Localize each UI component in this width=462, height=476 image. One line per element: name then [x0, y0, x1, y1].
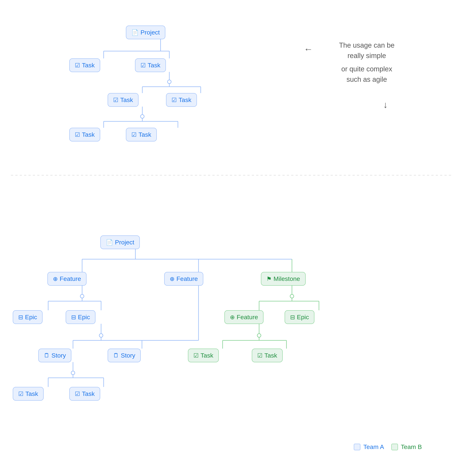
d2-project-node: 📄 Project: [100, 235, 140, 249]
d2-story2-label: Story: [121, 352, 135, 359]
legend-blue-box: [354, 444, 360, 450]
d1-task6-node: ☑ Task: [126, 128, 157, 141]
arrow-left-icon: ←: [304, 44, 313, 54]
shield-icon: ⊟: [18, 314, 23, 321]
svg-point-29: [99, 334, 103, 337]
d2-story2-node: 🗒 Story: [108, 348, 141, 362]
checkbox-icon: ☑: [141, 62, 146, 69]
legend-teamb-label: Team B: [401, 443, 422, 450]
svg-point-42: [257, 334, 261, 337]
d2-story1-label: Story: [51, 352, 66, 359]
plus-circle-icon: ⊕: [53, 275, 58, 282]
d2-milestone-label: Milestone: [274, 275, 300, 282]
legend: Team A Team B: [354, 443, 422, 450]
flag-icon: ⚑: [266, 275, 272, 282]
svg-point-11: [141, 115, 144, 118]
d2-feat3-label: Feature: [237, 314, 258, 321]
d1-task5-label: Task: [82, 131, 95, 138]
checkbox-icon: ☑: [113, 97, 118, 103]
document-icon: 📄: [131, 29, 139, 36]
d1-task2-label: Task: [148, 62, 160, 69]
d2-epic3-node: ⊟ Epic: [285, 310, 314, 324]
checkbox-icon: ☑: [75, 131, 80, 138]
d2-task2g-node: ☑ Task: [252, 348, 283, 362]
checkbox-icon: ☑: [257, 352, 263, 359]
d1-project-node: 📄 Project: [126, 26, 165, 39]
checkbox-icon: ☑: [75, 62, 80, 69]
d2-task1b-node: ☑ Task: [13, 387, 44, 401]
d2-epic1-node: ⊟ Epic: [13, 310, 42, 324]
d2-milestone-node: ⚑ Milestone: [261, 272, 306, 286]
d2-feat2-label: Feature: [176, 275, 198, 282]
d2-task1g-node: ☑ Task: [188, 348, 219, 362]
document-icon: 📄: [106, 239, 113, 246]
d1-task3-label: Task: [120, 96, 133, 103]
d2-story1-node: 🗒 Story: [38, 348, 71, 362]
svg-point-36: [290, 294, 294, 298]
svg-point-48: [71, 371, 75, 375]
plus-circle-icon: ⊕: [230, 314, 235, 321]
legend-teama-label: Team A: [363, 443, 384, 450]
annotation-line2: really simple: [314, 51, 420, 61]
d2-epic2-label: Epic: [78, 314, 90, 321]
svg-point-23: [80, 294, 84, 298]
d2-project-label: Project: [115, 239, 134, 246]
plus-circle-icon: ⊕: [170, 275, 175, 282]
d1-task1-node: ☑ Task: [69, 58, 100, 72]
d2-feat3-node: ⊕ Feature: [224, 310, 263, 324]
annotation-line1: The usage can be: [314, 40, 420, 51]
checkbox-icon: ☑: [171, 97, 177, 103]
story-icon: 🗒: [113, 352, 119, 359]
shield-icon: ⊟: [71, 314, 76, 321]
d1-task4-label: Task: [179, 96, 191, 103]
d2-epic3-label: Epic: [297, 314, 309, 321]
d2-task2b-node: ☑ Task: [69, 387, 100, 401]
d1-task5-node: ☑ Task: [69, 128, 100, 141]
checkbox-icon: ☑: [131, 131, 137, 138]
d2-feat1-node: ⊕ Feature: [47, 272, 86, 286]
checkbox-icon: ☑: [193, 352, 199, 359]
d2-task1b-label: Task: [25, 390, 38, 397]
d2-feat1-label: Feature: [60, 275, 81, 282]
d2-task2g-label: Task: [264, 352, 277, 359]
d1-task1-label: Task: [82, 62, 95, 69]
d2-epic2-node: ⊟ Epic: [66, 310, 95, 324]
d1-task6-label: Task: [138, 131, 151, 138]
arrow-down-icon: ↓: [383, 100, 388, 110]
d1-project-label: Project: [141, 29, 160, 36]
story-icon: 🗒: [44, 352, 50, 359]
d2-feat2-node: ⊕ Feature: [164, 272, 203, 286]
checkbox-icon: ☑: [18, 391, 24, 397]
shield-icon: ⊟: [290, 314, 295, 321]
d1-task3-node: ☑ Task: [108, 93, 138, 107]
svg-point-5: [168, 80, 171, 84]
d2-task2b-label: Task: [82, 390, 95, 397]
annotation-text: The usage can be really simple or quite …: [314, 40, 420, 85]
annotation-line3: or quite complex: [314, 64, 420, 74]
d2-epic1-label: Epic: [25, 314, 37, 321]
annotation-line4: such as agile: [314, 74, 420, 85]
checkbox-icon: ☑: [75, 391, 80, 397]
d2-task1g-label: Task: [201, 352, 213, 359]
legend-green-box: [391, 444, 398, 450]
d1-task2-node: ☑ Task: [135, 58, 166, 72]
d1-task4-node: ☑ Task: [166, 93, 197, 107]
